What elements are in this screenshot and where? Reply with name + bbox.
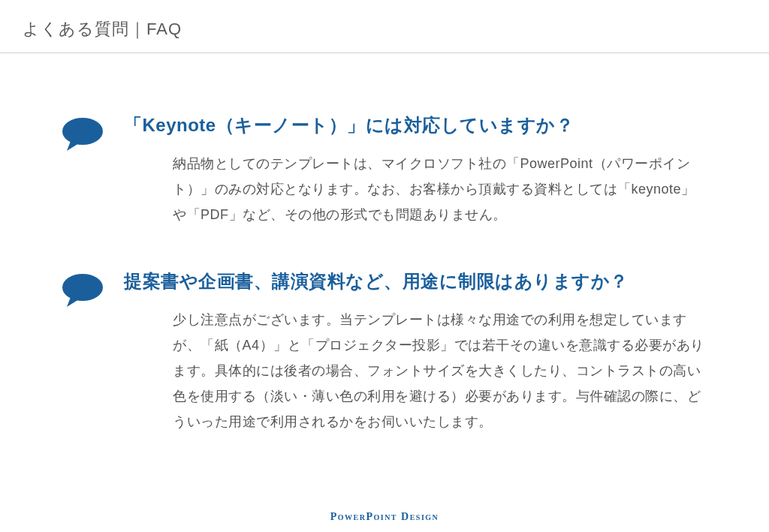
faq-content: 提案書や企画書、講演資料など、用途に制限はありますか？ 少し注意点がございます。…	[124, 269, 709, 435]
faq-content: 「Keynote（キーノート）」には対応していますか？ 納品物としてのテンプレー…	[124, 113, 709, 228]
content: 「Keynote（キーノート）」には対応していますか？ 納品物としてのテンプレー…	[0, 53, 769, 435]
faq-question: 「Keynote（キーノート）」には対応していますか？	[124, 113, 709, 137]
svg-point-0	[62, 118, 103, 145]
header: よくある質問｜FAQ	[0, 0, 769, 53]
svg-point-1	[62, 274, 103, 301]
faq-answer: 少し注意点がございます。当テンプレートは様々な用途での利用を想定していますが、「…	[124, 307, 709, 435]
footer-brand: PowerPoint Design	[0, 511, 769, 523]
faq-item: 「Keynote（キーノート）」には対応していますか？ 納品物としてのテンプレー…	[60, 113, 709, 228]
chat-bubble-icon	[60, 272, 105, 310]
faq-question: 提案書や企画書、講演資料など、用途に制限はありますか？	[124, 269, 709, 293]
faq-item: 提案書や企画書、講演資料など、用途に制限はありますか？ 少し注意点がございます。…	[60, 269, 709, 435]
chat-bubble-icon	[60, 116, 105, 154]
page-title: よくある質問｜FAQ	[23, 18, 746, 41]
faq-answer: 納品物としてのテンプレートは、マイクロソフト社の「PowerPoint（パワーポ…	[124, 151, 709, 228]
footer: PowerPoint Design	[0, 511, 769, 523]
